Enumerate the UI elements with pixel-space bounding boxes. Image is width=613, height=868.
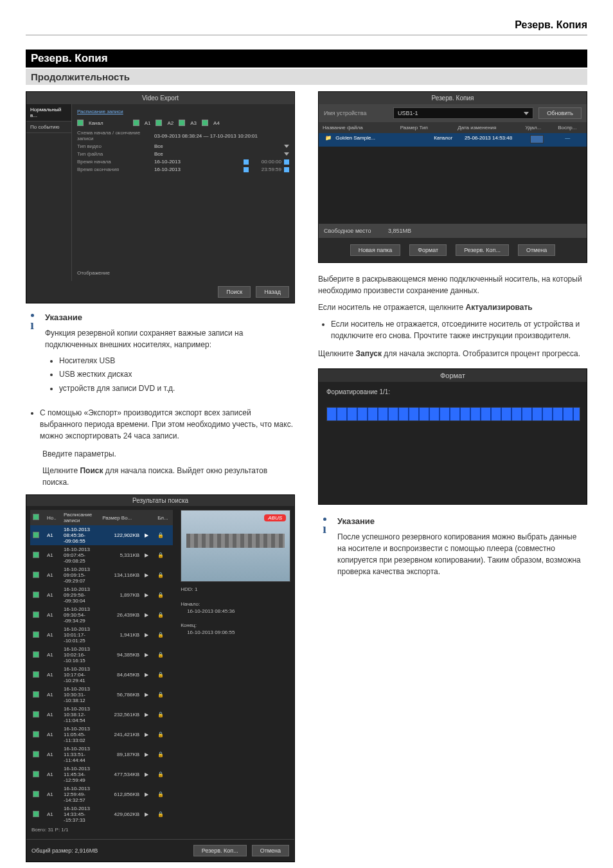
checkbox-a2[interactable] [155, 120, 162, 126]
play-icon[interactable]: ▶ [142, 545, 155, 565]
row-checkbox[interactable] [33, 671, 39, 678]
table-row[interactable]: A116-10-2013 10:01:17--10:01:251,941KB▶🔒 [30, 625, 173, 645]
delete-icon[interactable] [530, 135, 544, 143]
checkbox-all-channels[interactable] [77, 120, 84, 126]
table-row[interactable]: A116-10-2013 09:09:15--09:29:07134,116KB… [30, 565, 173, 585]
table-row[interactable]: A116-10-2013 10:17:04--10:29:4184,645KB▶… [30, 665, 173, 685]
lock-icon[interactable]: 🔒 [155, 625, 173, 645]
sidebar-item-event[interactable]: По событию [26, 122, 71, 133]
lock-icon[interactable]: 🔒 [155, 745, 173, 764]
lock-icon[interactable]: 🔒 [155, 645, 173, 665]
row-checkbox[interactable] [33, 592, 39, 598]
table-row[interactable]: A116-10-2013 10:02:16--10:16:1594,385KB▶… [30, 645, 173, 665]
bk-col-delete[interactable]: Удал... [521, 122, 554, 133]
back-button[interactable]: Назад [256, 286, 289, 298]
search-button[interactable]: Поиск [218, 286, 251, 298]
end-time-input[interactable]: 23:59:59 [262, 167, 281, 172]
play-icon[interactable]: ▶ [142, 605, 155, 625]
clock-icon[interactable] [284, 167, 289, 172]
play-icon[interactable]: ▶ [142, 804, 155, 824]
lock-icon[interactable]: 🔒 [155, 565, 173, 585]
format-button[interactable]: Формат [409, 244, 447, 256]
start-time-input[interactable]: 00:00:00 [262, 159, 281, 165]
col-schedule[interactable]: Расписание записи [61, 510, 100, 525]
lock-icon[interactable]: 🔒 [155, 525, 173, 545]
backup-button[interactable]: Резерв. Коп... [193, 845, 247, 856]
table-row[interactable]: A116-10-2013 09:29:58--09:30:041,897KB▶🔒 [30, 585, 173, 605]
start-date-input[interactable]: 16-10-2013 [154, 159, 241, 165]
play-icon[interactable]: ▶ [142, 565, 155, 585]
calendar-icon[interactable] [244, 159, 249, 165]
play-icon[interactable]: ▶ [142, 764, 155, 784]
play-icon[interactable]: ▶ [142, 585, 155, 605]
cancel-button[interactable]: Отмена [252, 845, 289, 856]
lock-icon[interactable]: 🔒 [155, 665, 173, 685]
row-checkbox[interactable] [33, 532, 39, 538]
table-row[interactable]: A116-10-2013 14:33:45--15:37:33429,062KB… [30, 804, 173, 824]
bk-cancel-button[interactable]: Отмена [518, 244, 555, 256]
table-row[interactable]: A116-10-2013 12:59:49--14:32:57612,856KB… [30, 784, 173, 804]
row-checkbox[interactable] [33, 572, 39, 578]
checkbox-a1[interactable] [133, 120, 139, 126]
tab-schedule[interactable]: Расписание записи [77, 109, 123, 114]
row-checkbox[interactable] [33, 611, 39, 618]
play-icon[interactable]: ▶ [142, 625, 155, 645]
table-row[interactable]: A116-10-2013 09:30:54--09:34:2926,439KB▶… [30, 605, 173, 625]
table-row[interactable]: A116-10-2013 11:05:45--11:33:02241,421KB… [30, 725, 173, 745]
row-checkbox[interactable] [33, 791, 39, 797]
clock-icon[interactable] [284, 159, 289, 165]
play-icon[interactable]: ▶ [142, 705, 155, 725]
bk-col-name[interactable]: Название файла [319, 122, 396, 133]
refresh-button[interactable]: Обновить [538, 107, 582, 119]
end-date-input[interactable]: 16-10-2013 [154, 167, 241, 172]
row-checkbox[interactable] [33, 651, 39, 658]
checkbox-a4[interactable] [202, 120, 208, 126]
sidebar-item-normal[interactable]: Нормальный в... [26, 104, 71, 122]
device-select[interactable]: USB1-1 [393, 107, 533, 119]
col-size[interactable]: Размер Во... [100, 510, 142, 525]
checkbox-a3[interactable] [179, 120, 185, 126]
table-row[interactable]: A116-10-2013 11:33:51--11:44:4489,187KB▶… [30, 745, 173, 764]
row-checkbox[interactable] [33, 691, 39, 698]
table-row[interactable]: A116-10-2013 08:45:36--09:06:55122,902KB… [30, 525, 173, 545]
video-type-select[interactable]: Все [154, 143, 284, 149]
row-checkbox[interactable] [33, 771, 39, 777]
lock-icon[interactable]: 🔒 [155, 764, 173, 784]
table-row[interactable]: A116-10-2013 09:07:45--09:08:255,331KB▶🔒 [30, 545, 173, 565]
play-icon[interactable]: ▶ [142, 784, 155, 804]
file-type-select[interactable]: Все [154, 151, 284, 157]
lock-icon[interactable]: 🔒 [155, 545, 173, 565]
new-folder-button[interactable]: Новая папка [350, 244, 400, 256]
col-no[interactable]: Но.. [44, 510, 61, 525]
bk-col-sizetype[interactable]: Размер Тип [396, 122, 454, 133]
bk-backup-button[interactable]: Резерв. Коп... [456, 244, 509, 256]
play-icon[interactable]: ▶ [142, 645, 155, 665]
lock-icon[interactable]: 🔒 [155, 605, 173, 625]
lock-icon[interactable]: 🔒 [155, 685, 173, 705]
lock-icon[interactable]: 🔒 [155, 725, 173, 745]
row-checkbox[interactable] [33, 631, 39, 638]
lock-icon[interactable]: 🔒 [155, 705, 173, 725]
play-icon[interactable]: ▶ [142, 665, 155, 685]
play-icon[interactable]: ▶ [142, 745, 155, 764]
play-icon[interactable]: ▶ [142, 525, 155, 545]
table-row[interactable]: A116-10-2013 10:30:31--10:38:1256,786KB▶… [30, 685, 173, 705]
col-lock[interactable]: Бл... [155, 510, 173, 525]
table-row[interactable]: A116-10-2013 11:45:34--12:59:49477,534KB… [30, 764, 173, 784]
play-icon[interactable]: ▶ [142, 725, 155, 745]
row-checkbox[interactable] [33, 811, 39, 817]
calendar-icon[interactable] [244, 167, 249, 172]
table-row[interactable]: A116-10-2013 10:38:12--11:04:54232,561KB… [30, 705, 173, 725]
play-icon[interactable]: ▶ [142, 685, 155, 705]
bk-col-play[interactable]: Воспр... [554, 122, 587, 133]
row-checkbox[interactable] [33, 711, 39, 718]
lock-icon[interactable]: 🔒 [155, 585, 173, 605]
lock-icon[interactable]: 🔒 [155, 804, 173, 824]
checkbox-all-results[interactable] [33, 514, 39, 520]
row-checkbox[interactable] [33, 731, 39, 737]
file-row[interactable]: 📁 Golden Sample... Каталог 25-06-2013 14… [319, 133, 587, 147]
row-checkbox[interactable] [33, 552, 39, 558]
row-checkbox[interactable] [33, 751, 39, 757]
bk-col-date[interactable]: Дата изменения [454, 122, 521, 133]
lock-icon[interactable]: 🔒 [155, 784, 173, 804]
